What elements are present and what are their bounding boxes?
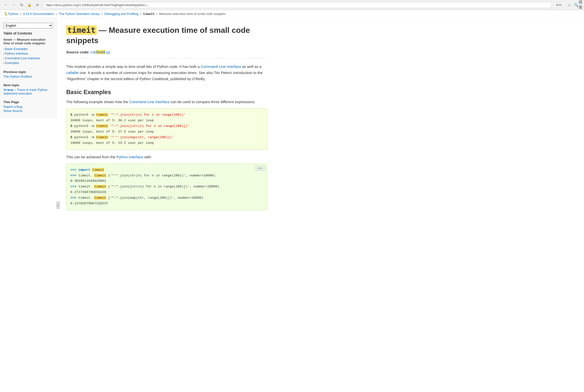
source-code-link[interactable]: Lib/timeit.py [91, 50, 110, 54]
zoom-badge: 90% [554, 2, 564, 8]
toc-item-cmdline-interface: Command-Line Interface [4, 56, 53, 60]
toc-link-python-interface[interactable]: Python Interface [5, 52, 28, 55]
cmd-arg-3: '"-".join(map(str, range(100)))' [110, 136, 174, 139]
cmdline-interface-link[interactable]: Command-Line Interface [201, 64, 241, 68]
breadcrumb-python[interactable]: Python [8, 12, 18, 16]
python-interactive-block: >>> >>> import timeit >>> timeit. timeit… [66, 164, 267, 210]
callable-link[interactable]: callable [66, 70, 79, 75]
toc-item-examples: Examples [4, 60, 53, 65]
py-line-1: >>> import timeit [70, 167, 263, 173]
py-func-3: timeit [94, 185, 106, 188]
py-args-2: ('"-".join(str(n) for n in range(100))',… [108, 174, 215, 178]
python-interface-intro: This can be achieved from the Python Int… [66, 154, 267, 160]
py-prompt-1: >>> [70, 168, 76, 172]
next-topic-link[interactable]: trace— Trace or track Python statement e… [4, 88, 53, 95]
py-mod-3: timeit. [78, 185, 92, 188]
reload-button[interactable]: ↻ [18, 2, 25, 8]
py-mod-2: timeit. [78, 174, 92, 178]
py-func-4: timeit [94, 196, 106, 200]
py-mod-4: timeit. [78, 196, 92, 200]
address-bar[interactable]: https://docs.python.org/3.10/library/tim… [43, 2, 552, 8]
shell-prompt-1: $ [70, 113, 72, 116]
cmd-timeit-1: timeit [96, 113, 108, 116]
cmd-timeit-2: timeit [96, 124, 108, 128]
nav-buttons: ← → ↻ 🔒 ⇄ [3, 2, 41, 8]
shell-prompt-2: $ [70, 124, 72, 128]
toc-link-cmdline-interface[interactable]: Command-Line Interface [5, 56, 40, 60]
browser-actions: 90% ☆ 🔍 搜索 [554, 2, 581, 8]
prev-topic-link[interactable]: The Python Profilers [4, 75, 53, 78]
main-content: timeit — Measure execution time of small… [56, 18, 277, 386]
report-bug-link[interactable]: Report a Bug [4, 105, 53, 108]
bookmark-icon[interactable]: ☆ [566, 2, 573, 8]
py-output-2: 0.3018611848820001 [70, 178, 263, 184]
toc-link-basic-examples[interactable]: Basic Examples [5, 47, 28, 51]
next-topic-section: Next topic trace— Trace or track Python … [4, 83, 53, 95]
prev-topic-title: Previous topic [4, 70, 53, 74]
py-line-2: >>> timeit. timeit ('"-".join(str(n) for… [70, 173, 263, 178]
forward-button[interactable]: → [10, 2, 17, 8]
toc-main-link[interactable]: timeit — Measure execution time of small… [4, 38, 53, 45]
source-timeit-span: timeit [96, 50, 105, 54]
code-line-3: $ python3 -m timeit '"-".join(map(str, r… [70, 135, 263, 140]
title-timeit-highlight: timeit [66, 26, 97, 35]
browser-chrome: ← → ↻ 🔒 ⇄ https://docs.python.org/3.10/l… [0, 0, 584, 10]
lang-selector-wrapper: English [4, 23, 53, 28]
cmd-text-3: python3 -m [74, 136, 96, 139]
cmd-text-2: python3 -m [74, 124, 96, 128]
shell-output-1: 10000 loops, best of 5: 30.2 usec per lo… [70, 118, 263, 124]
shell-output-3: 10000 loops, best of 5: 23.2 usec per lo… [70, 140, 263, 146]
expand-button[interactable]: >>> [255, 166, 265, 171]
description: This module provides a simple way to tim… [66, 64, 267, 82]
python-icon: 🐍 [4, 12, 8, 16]
py-output-3: 0.2727368790656328 [70, 190, 263, 195]
breadcrumb-debugging[interactable]: Debugging and Profiling [105, 12, 139, 16]
cmdline-interface-link2[interactable]: Command-Line Interface [129, 100, 170, 104]
py-output-4: 0.23702679807320237 [70, 201, 263, 206]
breadcrumb-version[interactable]: 3.10.6 Documentation [23, 12, 54, 16]
back-button[interactable]: ← [3, 2, 9, 8]
toc-link-examples[interactable]: Examples [5, 61, 19, 65]
this-page-title: This Page [4, 100, 53, 104]
sidebar: English Table of Contents timeit — Measu… [0, 18, 56, 118]
page-title: timeit — Measure execution time of small… [66, 25, 267, 46]
py-prompt-3: >>> [70, 185, 76, 188]
python-interface-link[interactable]: Python Interface [117, 155, 143, 159]
basic-examples-intro: The following example shows how the Comm… [66, 99, 267, 105]
cmd-text-1: python3 -m [74, 113, 96, 116]
py-args-3: ('"-".join([str(n) for n in range(100)])… [108, 185, 219, 188]
py-line-4: >>> timeit. timeit ('"-".join(map(str, r… [70, 195, 263, 201]
py-func-2: timeit [94, 174, 106, 178]
cmd-arg-2: '"-".join([str(n) for n in range(100)])' [110, 124, 190, 128]
cmd-arg-1: '"-".join(str(n) for n in range(100))' [110, 113, 186, 116]
py-line-3: >>> timeit. timeit ('"-".join([str(n) fo… [70, 184, 263, 190]
code-line-1: $ python3 -m timeit '"-".join(str(n) for… [70, 112, 263, 118]
next-topic-title: Next topic [4, 83, 53, 87]
code-line-2: $ python3 -m timeit '"-".join([str(n) fo… [70, 124, 263, 129]
shell-prompt-3: $ [70, 136, 72, 139]
py-prompt-4: >>> [70, 196, 76, 200]
basic-examples-title: Basic Examples [66, 89, 267, 96]
security-icon: 🔒 [26, 2, 33, 8]
breadcrumb-suffix: — Measure execution time of small code s… [155, 12, 226, 16]
cmd-timeit-3: timeit [96, 136, 108, 139]
shell-output-2: 10000 loops, best of 5: 27.5 usec per lo… [70, 129, 263, 135]
kw-import: import [78, 168, 92, 172]
redirect-icon: ⇄ [34, 2, 41, 8]
lang-selector[interactable]: English [4, 23, 53, 28]
this-page-section: This Page Report a Bug Show Source [4, 100, 53, 113]
breadcrumb-stdlib[interactable]: The Python Standard Library [59, 12, 100, 16]
url-text: https://docs.python.org/3.10/library/tim… [46, 3, 149, 7]
sidebar-wrapper: English Table of Contents timeit — Measu… [0, 18, 56, 386]
toc-item-basic-examples: Basic Examples [4, 46, 53, 51]
source-code-label: Source code: [66, 50, 90, 54]
sidebar-collapse-button[interactable]: « [56, 202, 60, 209]
toc-list: Basic Examples Python Interface Command-… [4, 46, 53, 65]
py-args-4: ('"-".join(map(str, range(100)))', numbe… [108, 196, 204, 200]
py-prompt-2: >>> [70, 174, 76, 178]
show-source-link[interactable]: Show Source [4, 109, 53, 113]
page-wrapper: English Table of Contents timeit — Measu… [0, 18, 584, 386]
breadcrumb: 🐍 Python » 3.10.6 Documentation » The Py… [0, 10, 584, 18]
shell-code-block: $ python3 -m timeit '"-".join(str(n) for… [66, 108, 267, 150]
search-button[interactable]: 🔍 搜索 [575, 2, 581, 8]
